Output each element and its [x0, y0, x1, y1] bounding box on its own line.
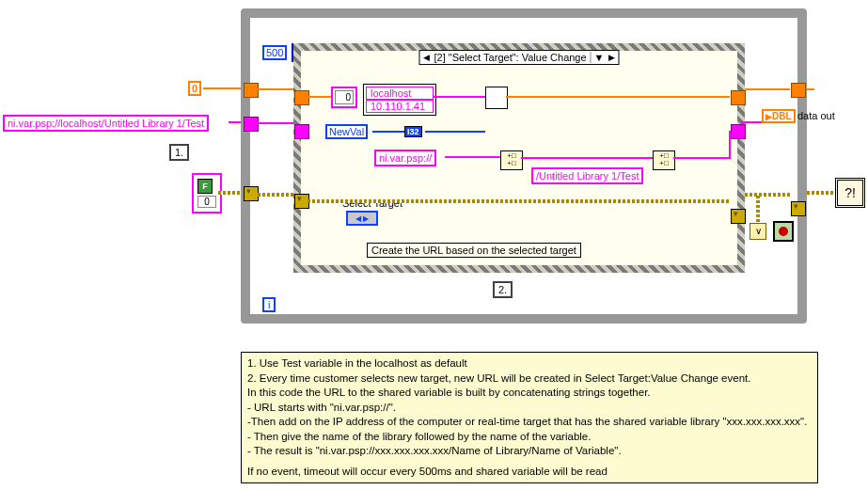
event-case-label: [2] "Select Target": Value Change [434, 52, 586, 63]
wire-error [218, 191, 244, 195]
event-case-selector[interactable]: ◀ [2] "Select Target": Value Change ▼ ▶ [418, 50, 619, 65]
event-tunnel-pink-in [294, 124, 309, 139]
notes-line-5: -Then add on the IP address of the compu… [247, 415, 812, 430]
chevron-left-icon[interactable]: ◀ [423, 53, 430, 62]
event-data-newval: NewVal [325, 124, 368, 139]
timeout-constant[interactable]: 500 [262, 45, 287, 60]
wire-pink-mid [521, 157, 653, 159]
notes-line-7: - The result is "ni.var.psp://xxx.xxx.xx… [247, 444, 812, 459]
data-out-label: data out [797, 110, 835, 121]
notes-line-2: 2. Every time customer selects new targe… [247, 371, 812, 387]
shift-register-left [244, 186, 259, 201]
targets-array-constant[interactable]: localhost 10.110.1.41 [363, 84, 436, 116]
notes-block: 1. Use Test variable in the localhost as… [241, 352, 818, 483]
notes-line-4: - URL starts with "ni.var.psp://". [247, 401, 812, 416]
event-tunnel-pink-out [731, 124, 746, 139]
select-target-control[interactable]: ◀ ▶ [346, 211, 378, 226]
event-tunnel-orange-out [731, 90, 746, 105]
wire-orange-while-out [745, 88, 790, 90]
wire-error-while [258, 193, 293, 197]
notes-line-3: In this code the URL to the shared varia… [247, 386, 812, 401]
tunnel-orange-out [791, 83, 806, 98]
chevron-right-icon[interactable]: ▶ [608, 53, 615, 62]
wire-blue-2 [425, 131, 485, 133]
wire-pink-out [673, 157, 730, 159]
targets-index-field[interactable] [335, 90, 354, 104]
iteration-terminal: i [262, 297, 276, 312]
wire-orange [203, 87, 241, 89]
wire-orange-in [308, 96, 331, 98]
wire-pink-proto [445, 156, 501, 158]
wire-orange-to-indicator [807, 88, 814, 90]
concat-strings-2: +□+□ [653, 150, 675, 170]
wire-pink-arr [433, 96, 487, 98]
wire-error-cross [308, 199, 730, 203]
wire-orange-cross [506, 96, 730, 98]
concat-strings-1: +□+□ [500, 150, 523, 170]
wire-error-while-out [745, 193, 790, 197]
target-item-0: localhost [366, 87, 434, 100]
notes-line-8: If no event, timeout will occur every 50… [247, 465, 812, 480]
string-constant-url[interactable]: ni.var.psp://localhost/Untitled Library … [3, 115, 209, 132]
numeric-constant-zero: 0 [188, 81, 201, 96]
or-node: ∨ [750, 223, 766, 240]
wire-blue [372, 131, 404, 133]
wire-error-to-or [756, 196, 760, 222]
tunnel-pink-in [244, 117, 259, 132]
dropdown-icon[interactable]: ▼ [591, 52, 605, 63]
shift-register-right [791, 201, 806, 216]
wire-error-to-ind [807, 191, 837, 195]
boolean-false-icon: F [197, 179, 213, 194]
dbl-indicator-type: DBL [772, 111, 792, 121]
targets-array-index[interactable] [331, 87, 357, 108]
notes-line-6: - Then give the name of the library foll… [247, 430, 812, 445]
callout-1: 1. [169, 144, 189, 161]
string-constant-protocol[interactable]: ni.var.psp:// [374, 150, 436, 166]
wire-orange-while [258, 88, 293, 90]
callout-2: 2. [493, 281, 513, 298]
while-loop: 500 ⌛ i ◀ [2] "Select Target": Value Cha… [241, 8, 807, 324]
index-array-node [485, 87, 508, 109]
event-tunnel-error-out [731, 209, 746, 224]
i32-coercion: I32 [404, 126, 422, 137]
target-item-1: 10.110.1.41 [366, 100, 434, 113]
loop-stop-terminal[interactable] [773, 221, 794, 242]
event-tunnel-orange-in [294, 90, 309, 105]
wire-pink-while [258, 122, 293, 124]
string-constant-path[interactable]: /Untitled Library 1/Test [531, 167, 643, 184]
tunnel-orange-in [244, 83, 259, 98]
wire-pink-up [729, 131, 731, 159]
dbl-indicator: ▶ DBL [762, 109, 796, 123]
error-code-zero: 0 [197, 196, 216, 208]
notes-line-1: 1. Use Test variable in the localhost as… [247, 356, 812, 371]
error-indicator: ?! [835, 178, 865, 208]
diagram-comment: Create the URL based on the selected tar… [367, 243, 581, 258]
event-structure: ◀ [2] "Select Target": Value Change ▼ ▶ [293, 43, 745, 273]
